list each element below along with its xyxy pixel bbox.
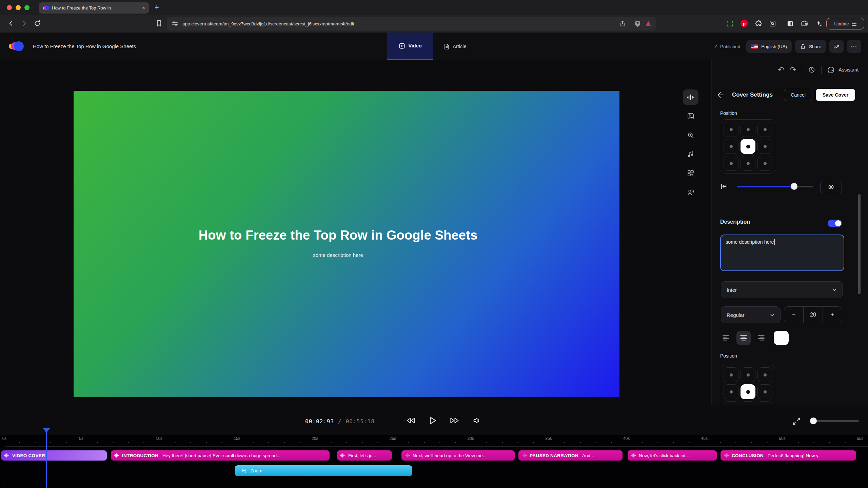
brave-rewards-icon[interactable] [645, 20, 652, 27]
position-cell-middle-left[interactable] [724, 384, 738, 399]
position-cell-top-center[interactable] [741, 367, 755, 382]
add-scene-tool-button[interactable] [683, 165, 698, 181]
leo-ai-sparkle-icon[interactable] [815, 20, 822, 27]
playhead[interactable] [43, 428, 50, 433]
more-options-button[interactable]: ⋯ [847, 40, 861, 53]
share-button[interactable]: Share [795, 40, 826, 53]
url-text[interactable]: app.clevera.ai/team/tm_9qvz7wcd3dzijg1d/… [182, 21, 615, 26]
width-slider[interactable] [737, 186, 813, 187]
play-button[interactable] [428, 415, 437, 426]
zoom-window-button[interactable] [24, 5, 29, 10]
back-icon[interactable] [7, 20, 15, 27]
position-cell-top-right[interactable] [757, 367, 772, 382]
undo-icon[interactable]: ↶ [778, 66, 784, 74]
history-clock-icon[interactable] [808, 66, 815, 74]
description-textarea[interactable]: some description here [720, 235, 844, 271]
brave-shield-icon[interactable] [634, 20, 641, 27]
video-canvas[interactable]: How to Freeze the Top Row in Google Shee… [74, 91, 619, 397]
position-cell-bottom-center[interactable] [741, 156, 755, 171]
text-color-swatch[interactable] [774, 331, 789, 345]
fullscreen-button[interactable] [792, 417, 801, 426]
image-tool-button[interactable] [683, 108, 698, 124]
timeline-segment[interactable]: Next, we'll head up to the View me... [401, 450, 515, 461]
cancel-button[interactable]: Cancel [784, 89, 812, 101]
font-family-select[interactable]: Inter [721, 281, 843, 298]
bookmark-icon[interactable] [155, 20, 163, 27]
tab-close-icon[interactable]: × [142, 5, 145, 11]
reload-icon[interactable] [34, 20, 41, 27]
back-arrow-icon[interactable] [717, 91, 725, 99]
forward-icon[interactable] [20, 20, 28, 27]
align-center-button[interactable] [736, 331, 751, 345]
search-tabs-icon[interactable] [769, 20, 776, 27]
url-bar[interactable]: app.clevera.ai/team/tm_9qvz7wcd3dzijg1d/… [167, 17, 656, 30]
position-cell-top-left[interactable] [724, 367, 738, 382]
position-cell-top-center[interactable] [741, 122, 755, 137]
save-cover-button[interactable]: Save Cover [816, 89, 855, 101]
font-size-value[interactable]: 20 [803, 307, 823, 323]
panel-scrollbar[interactable] [858, 194, 861, 294]
zoom-in-tool-button[interactable] [683, 127, 698, 143]
image-position-grid[interactable] [721, 119, 775, 174]
timeline-segment[interactable]: First, let's ju... [337, 450, 392, 461]
waveform-tool-button[interactable] [683, 89, 698, 105]
description-toggle[interactable] [828, 220, 842, 227]
pinterest-extension-icon[interactable]: p [740, 19, 748, 27]
align-right-button[interactable] [757, 333, 766, 342]
position-cell-bottom-left[interactable] [724, 156, 738, 171]
position-cell-middle-right[interactable] [757, 384, 772, 399]
fast-forward-button[interactable] [450, 416, 460, 425]
font-weight-select[interactable]: Regular [721, 306, 781, 323]
font-size-decrease-button[interactable]: − [784, 307, 803, 323]
position-cell-bottom-center[interactable] [741, 401, 755, 405]
assistant-chat-icon[interactable] [827, 66, 835, 74]
browser-tab[interactable]: How to Freeze the Top Row in × [39, 2, 149, 14]
zoom-effect-segment[interactable]: Zoom [235, 465, 412, 476]
tab-video[interactable]: Video [387, 33, 433, 60]
position-cell-center[interactable] [741, 384, 755, 399]
cover-title-text[interactable]: How to Freeze the Top Row in Google Shee… [199, 228, 478, 243]
rewind-button[interactable] [406, 416, 416, 425]
align-left-button[interactable] [722, 333, 730, 342]
timeline-segment[interactable]: CONCLUSION - Perfect! [laughing] Now y..… [721, 450, 856, 461]
ruler-label: 10s [156, 436, 162, 441]
timeline-segment[interactable]: Now, let's click back int... [628, 450, 717, 461]
voice-tool-button[interactable] [683, 184, 698, 200]
position-cell-top-left[interactable] [724, 122, 738, 137]
new-tab-button[interactable]: + [155, 3, 159, 12]
redo-icon[interactable]: ↷ [790, 66, 796, 74]
assistant-label[interactable]: Assistant [839, 67, 859, 73]
text-position-grid[interactable] [721, 365, 775, 405]
position-cell-bottom-left[interactable] [724, 401, 738, 405]
timeline-zoom-knob[interactable] [810, 418, 817, 424]
tab-article[interactable]: Article [437, 33, 473, 60]
timeline-segment[interactable]: INTRODUCTION - Hey there! [short pause] … [111, 450, 330, 461]
site-settings-icon[interactable] [172, 20, 178, 27]
position-cell-middle-left[interactable] [724, 139, 738, 154]
position-cell-center[interactable] [741, 139, 755, 154]
check-icon: ✓ [714, 44, 718, 49]
language-button[interactable]: English (US) [746, 40, 792, 53]
timeline-segment[interactable]: VIDEO COVER [1, 450, 107, 461]
sidebar-icon[interactable] [787, 20, 794, 27]
close-window-button[interactable] [7, 5, 12, 10]
wallet-icon[interactable] [801, 20, 808, 27]
width-slider-knob[interactable] [791, 183, 797, 190]
width-value-field[interactable]: 80 [820, 181, 842, 193]
extensions-puzzle-icon[interactable] [755, 20, 762, 27]
timeline-segment[interactable]: PAUSED NARRATION - And... [518, 450, 623, 461]
browser-update-button[interactable]: Update [826, 18, 864, 29]
screenshot-extension-icon[interactable] [726, 20, 733, 27]
position-cell-bottom-right[interactable] [757, 401, 772, 405]
position-cell-bottom-right[interactable] [757, 156, 772, 171]
font-size-increase-button[interactable]: + [823, 307, 842, 323]
cover-description-text[interactable]: some description here [313, 252, 363, 258]
position-cell-top-right[interactable] [757, 122, 772, 137]
share-page-icon[interactable] [619, 20, 626, 27]
timeline-zoom-slider[interactable] [811, 420, 859, 422]
volume-button[interactable] [472, 416, 481, 425]
position-cell-middle-right[interactable] [757, 139, 772, 154]
music-tool-button[interactable] [683, 146, 698, 162]
analytics-button[interactable] [829, 40, 844, 53]
minimize-window-button[interactable] [16, 5, 21, 10]
